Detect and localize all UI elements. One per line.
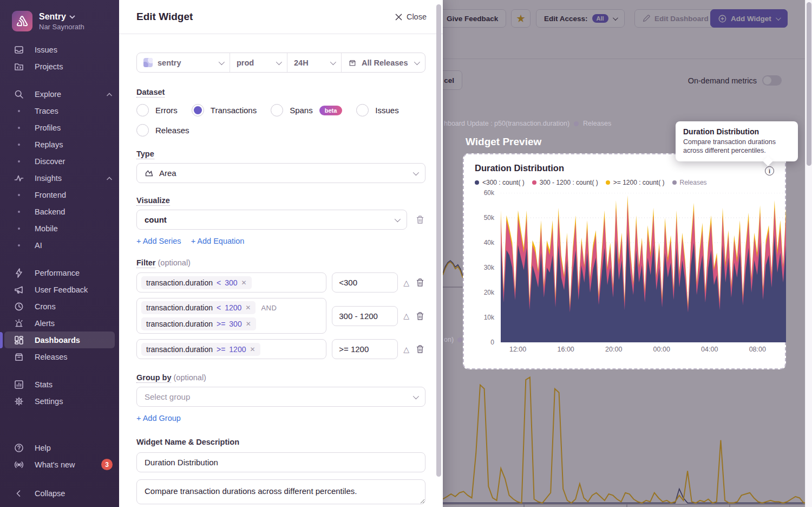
panel-title: Edit Widget <box>136 11 193 23</box>
org-header[interactable]: Sentry Nar Saynorath <box>0 0 119 39</box>
sidebar-item-performance[interactable]: Performance <box>0 264 119 281</box>
dataset-option-releases[interactable]: Releases <box>136 124 189 136</box>
dataset-option-transactions[interactable]: Transactions <box>192 104 257 116</box>
sidebar-item-stats[interactable]: Stats <box>0 376 119 393</box>
sidebar-item-mobile[interactable]: Mobile <box>0 220 119 237</box>
chip-operator: < <box>217 278 221 287</box>
preview-widget-title: Duration Distribution <box>475 163 564 173</box>
close-button[interactable]: Close <box>395 12 427 21</box>
panel-scrollbar[interactable] <box>436 4 441 477</box>
sidebar-item-profiles[interactable]: Profiles <box>0 119 119 136</box>
add-group-link[interactable]: + Add Group <box>136 414 181 422</box>
filter-chip[interactable]: transaction.duration < 1200 ✕ <box>141 301 256 314</box>
chevron-down-icon <box>276 58 282 64</box>
filter-chip[interactable]: transaction.duration < 300 ✕ <box>141 276 252 289</box>
delete-filter-button[interactable] <box>415 277 425 288</box>
sidebar-item-user-feedback[interactable]: User Feedback <box>0 281 119 298</box>
filter-alias-input[interactable] <box>332 272 398 292</box>
widget-description-input[interactable]: Compare transaction durations across dif… <box>136 479 425 504</box>
chip-remove-icon[interactable]: ✕ <box>250 346 255 353</box>
dataset-option-issues[interactable]: Issues <box>356 104 398 116</box>
environment-filter[interactable]: prod <box>230 53 287 72</box>
sidebar-item-alerts[interactable]: Alerts <box>0 315 119 332</box>
trash-icon <box>416 278 424 287</box>
delete-filter-button[interactable] <box>415 310 425 321</box>
dashboards-icon <box>13 334 25 346</box>
radio-unselected[interactable] <box>271 104 283 116</box>
radio-unselected[interactable] <box>136 104 149 116</box>
info-icon[interactable]: i <box>765 166 774 176</box>
sidebar-item-traces[interactable]: Traces <box>0 102 119 119</box>
filter-alias-input[interactable] <box>332 339 398 359</box>
radio-label: Issues <box>375 106 398 115</box>
legend-item[interactable]: 300 - 1200 : count( ) <box>532 179 598 186</box>
delete-visualize-button[interactable] <box>415 214 425 225</box>
radio-unselected[interactable] <box>356 104 369 116</box>
sidebar-item-replays[interactable]: Replays <box>0 136 119 153</box>
sidebar-item-backend[interactable]: Backend <box>0 203 119 220</box>
chip-remove-icon[interactable]: ✕ <box>245 304 251 311</box>
x-tick-label: 00:00 <box>653 346 670 353</box>
page-scrollbar[interactable] <box>805 0 812 507</box>
issues-icon <box>13 44 25 56</box>
project-filter[interactable]: sentry <box>137 53 230 72</box>
sidebar-item-crons[interactable]: Crons <box>0 298 119 315</box>
chip-remove-icon[interactable]: ✕ <box>241 279 247 287</box>
group-by-select[interactable]: Select group <box>136 387 425 407</box>
page-scrollbar-thumb[interactable] <box>807 2 811 166</box>
radio-unselected[interactable] <box>136 124 149 136</box>
delete-filter-button[interactable] <box>415 344 425 355</box>
sidebar-item-insights[interactable]: Insights <box>0 170 119 186</box>
sidebar-item-label: Alerts <box>35 319 55 328</box>
sidebar-item-label: Backend <box>35 207 65 216</box>
sidebar-item-help[interactable]: Help <box>0 439 119 456</box>
chip-remove-icon[interactable]: ✕ <box>246 320 251 328</box>
legend-item[interactable]: >= 1200 : count( ) <box>606 179 665 186</box>
filter-row: transaction.duration < 300 ✕△ <box>136 272 425 292</box>
background-legend-fragment-text: on) <box>444 336 454 343</box>
trash-icon <box>416 215 424 224</box>
legend-item[interactable]: Releases <box>672 179 707 186</box>
sidebar-item-dashboards[interactable]: Dashboards <box>4 332 115 348</box>
add-series-link[interactable]: + Add Series <box>136 237 181 245</box>
y-tick-label: 40k <box>484 239 494 246</box>
sidebar-item-label: Discover <box>35 157 65 166</box>
radio-selected[interactable] <box>192 104 204 116</box>
chevron-down-icon <box>69 15 75 19</box>
release-filter[interactable]: All Releases <box>342 53 425 72</box>
dataset-option-errors[interactable]: Errors <box>136 104 178 116</box>
sentry-logo-icon <box>12 11 32 31</box>
sidebar-item-label: Issues <box>35 46 57 54</box>
beta-badge: beta <box>319 106 343 115</box>
sidebar-item-ai[interactable]: AI <box>0 237 119 253</box>
filter-condition-input[interactable]: transaction.duration < 300 ✕ <box>136 272 326 292</box>
widget-name-input[interactable] <box>136 452 425 472</box>
date-range-filter[interactable]: 24H <box>287 53 342 72</box>
sidebar-item-what-s-new[interactable]: What's new3 <box>0 456 119 473</box>
sidebar-item-projects[interactable]: Projects <box>0 58 119 75</box>
sidebar-item-issues[interactable]: Issues <box>0 41 119 58</box>
filter-condition-input[interactable]: transaction.duration >= 1200 ✕ <box>136 339 326 359</box>
filter-chip[interactable]: transaction.duration >= 300 ✕ <box>141 317 256 330</box>
sidebar-item-explore[interactable]: Explore <box>0 86 119 102</box>
y-tick-label: 10k <box>484 314 494 321</box>
sidebar: Sentry Nar Saynorath IssuesProjectsExplo… <box>0 0 119 507</box>
y-tick-label: 50k <box>484 214 494 222</box>
filter-chip[interactable]: transaction.duration >= 1200 ✕ <box>141 343 260 356</box>
sidebar-item-releases[interactable]: Releases <box>0 348 119 365</box>
sidebar-item-frontend[interactable]: Frontend <box>0 186 119 203</box>
legend-item[interactable]: <300 : count( ) <box>475 179 525 186</box>
type-select[interactable]: Area <box>136 163 425 183</box>
sidebar-item-collapse[interactable]: Collapse <box>0 485 119 502</box>
radio-label: Errors <box>155 106 178 115</box>
dataset-option-spans[interactable]: Spansbeta <box>271 104 342 116</box>
sidebar-item-discover[interactable]: Discover <box>0 153 119 170</box>
sidebar-item-settings[interactable]: Settings <box>0 393 119 410</box>
bullet-icon <box>13 144 25 146</box>
sidebar-item-label: Explore <box>35 90 61 99</box>
filter-condition-input[interactable]: transaction.duration < 1200 ✕ANDtransact… <box>136 298 326 334</box>
help-icon <box>13 442 25 454</box>
filter-alias-input[interactable] <box>332 306 398 326</box>
visualize-select[interactable]: count <box>136 210 407 230</box>
add-equation-link[interactable]: + Add Equation <box>191 237 245 245</box>
